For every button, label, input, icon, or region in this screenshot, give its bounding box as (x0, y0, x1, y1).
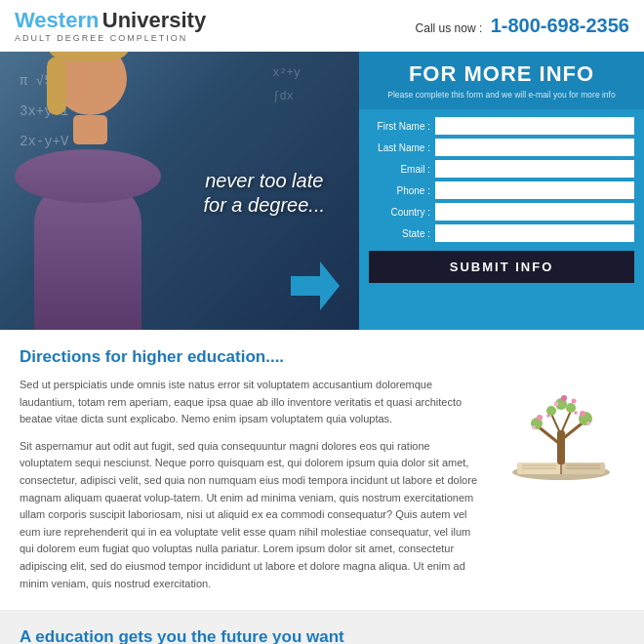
svg-point-26 (574, 411, 578, 415)
svg-point-16 (566, 403, 576, 413)
section2-title: A education gets you the future you want (20, 627, 624, 644)
section1-para1: Sed ut perspiciatis unde omnis iste natu… (20, 377, 483, 428)
input-phone[interactable] (435, 181, 634, 199)
svg-point-18 (537, 415, 543, 421)
svg-point-24 (586, 422, 590, 425)
label-lastname: Last Name : (369, 142, 435, 153)
logo-area: Western University ADULT DEGREE COMPLETI… (15, 8, 206, 43)
form-panel: FOR MORE INFO Please complete this form … (359, 52, 644, 330)
input-email[interactable] (435, 160, 634, 178)
form-row-firstname: First Name : (369, 117, 634, 135)
section1-title: Directions for higher education.... (20, 347, 483, 367)
label-phone: Phone : (369, 185, 435, 196)
tree-illustration (498, 347, 624, 592)
call-text: Call us now : (416, 21, 483, 35)
svg-point-23 (532, 425, 536, 429)
label-state: State : (369, 228, 435, 239)
input-firstname[interactable] (435, 117, 634, 135)
form-row-phone: Phone : (369, 181, 634, 199)
form-row-country: Country : (369, 203, 634, 221)
form-row-state: State : (369, 224, 634, 242)
logo-text: Western University (15, 8, 206, 33)
section1-text: Directions for higher education.... Sed … (20, 347, 483, 592)
logo-tagline: ADULT DEGREE COMPLETION (15, 33, 206, 43)
form-row-lastname: Last Name : (369, 139, 634, 156)
svg-point-20 (554, 402, 559, 407)
form-body: First Name : Last Name : Email : Phone :… (359, 109, 644, 330)
header: Western University ADULT DEGREE COMPLETI… (0, 0, 644, 52)
hero-image: π √53x+y-12x-y+V x²+y∫dx never too late … (0, 52, 359, 330)
input-state[interactable] (435, 224, 634, 242)
input-lastname[interactable] (435, 139, 634, 156)
person-illustration (10, 61, 181, 330)
logo-western: Western (15, 8, 99, 32)
svg-line-11 (551, 414, 561, 435)
svg-line-12 (561, 411, 571, 433)
hero-section: π √53x+y-12x-y+V x²+y∫dx never too late … (0, 52, 644, 330)
form-subtitle: Please complete this form and we will e-… (374, 90, 629, 100)
form-header: FOR MORE INFO Please complete this form … (359, 52, 644, 109)
label-country: Country : (369, 207, 435, 218)
chalk-writings-right: x²+y∫dx (272, 61, 301, 108)
section1: Directions for higher education.... Sed … (0, 330, 644, 610)
svg-point-25 (546, 414, 550, 418)
svg-point-21 (572, 399, 577, 404)
svg-point-19 (580, 411, 585, 417)
call-area: Call us now : 1-800-698-2356 (416, 15, 629, 37)
call-number[interactable]: 1-800-698-2356 (491, 15, 629, 36)
logo-university: University (102, 8, 206, 32)
label-email: Email : (369, 164, 435, 175)
input-country[interactable] (435, 203, 634, 221)
svg-point-22 (561, 395, 567, 401)
submit-button[interactable]: SUBMIT INFO (369, 251, 634, 283)
section2: A education gets you the future you want (0, 610, 644, 644)
form-row-email: Email : (369, 160, 634, 178)
tree-svg (503, 357, 620, 484)
hero-tagline-line2: for a degree... (203, 193, 325, 216)
hero-tagline-line1: never too late (203, 166, 325, 193)
form-title: FOR MORE INFO (374, 61, 629, 87)
label-firstname: First Name : (369, 121, 435, 132)
hero-tagline: never too late for a degree... (203, 166, 325, 216)
section1-para2: Sit aspernamur aut odit aut fugit, sed q… (20, 438, 483, 592)
section1-content: Directions for higher education.... Sed … (20, 347, 624, 592)
